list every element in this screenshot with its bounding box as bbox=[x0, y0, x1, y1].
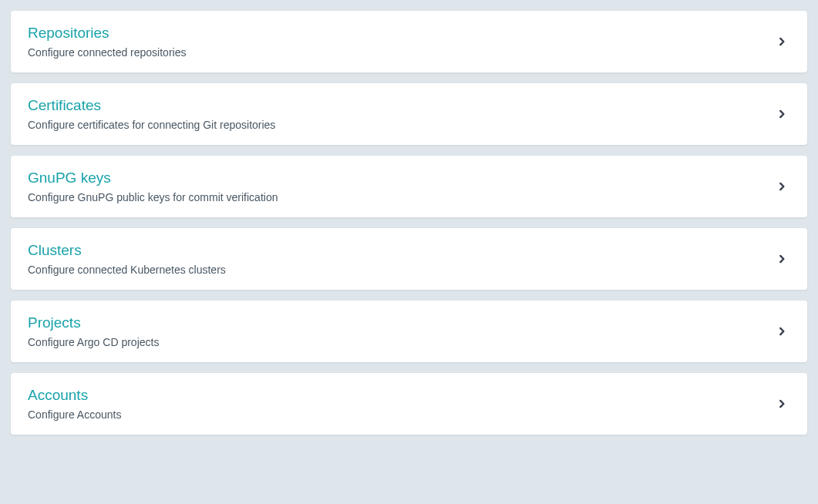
card-description: Configure certificates for connecting Gi… bbox=[28, 119, 776, 131]
settings-card-gnupg-keys[interactable]: GnuPG keys Configure GnuPG public keys f… bbox=[11, 156, 807, 217]
card-content: Repositories Configure connected reposit… bbox=[28, 25, 776, 59]
settings-card-clusters[interactable]: Clusters Configure connected Kubernetes … bbox=[11, 228, 807, 290]
card-description: Configure Accounts bbox=[28, 408, 776, 421]
card-content: Accounts Configure Accounts bbox=[28, 387, 776, 421]
card-title: Projects bbox=[28, 314, 776, 331]
chevron-right-icon bbox=[776, 398, 787, 409]
chevron-right-icon bbox=[776, 326, 787, 337]
card-title: Repositories bbox=[28, 25, 776, 42]
chevron-right-icon bbox=[776, 109, 787, 119]
card-description: Configure connected Kubernetes clusters bbox=[28, 264, 776, 276]
card-title: GnuPG keys bbox=[28, 170, 776, 186]
settings-card-repositories[interactable]: Repositories Configure connected reposit… bbox=[11, 11, 807, 72]
card-description: Configure connected repositories bbox=[28, 46, 776, 59]
settings-card-certificates[interactable]: Certificates Configure certificates for … bbox=[11, 83, 807, 145]
card-content: Certificates Configure certificates for … bbox=[28, 97, 776, 131]
card-description: Configure GnuPG public keys for commit v… bbox=[28, 191, 776, 203]
card-title: Clusters bbox=[28, 242, 776, 259]
card-title: Certificates bbox=[28, 97, 776, 114]
chevron-right-icon bbox=[776, 254, 787, 264]
card-content: Clusters Configure connected Kubernetes … bbox=[28, 242, 776, 276]
chevron-right-icon bbox=[776, 36, 787, 47]
card-content: GnuPG keys Configure GnuPG public keys f… bbox=[28, 170, 776, 203]
settings-card-projects[interactable]: Projects Configure Argo CD projects bbox=[11, 301, 807, 362]
settings-list: Repositories Configure connected reposit… bbox=[11, 11, 807, 435]
card-content: Projects Configure Argo CD projects bbox=[28, 314, 776, 348]
card-description: Configure Argo CD projects bbox=[28, 336, 776, 348]
settings-card-accounts[interactable]: Accounts Configure Accounts bbox=[11, 373, 807, 435]
card-title: Accounts bbox=[28, 387, 776, 404]
chevron-right-icon bbox=[776, 181, 787, 192]
